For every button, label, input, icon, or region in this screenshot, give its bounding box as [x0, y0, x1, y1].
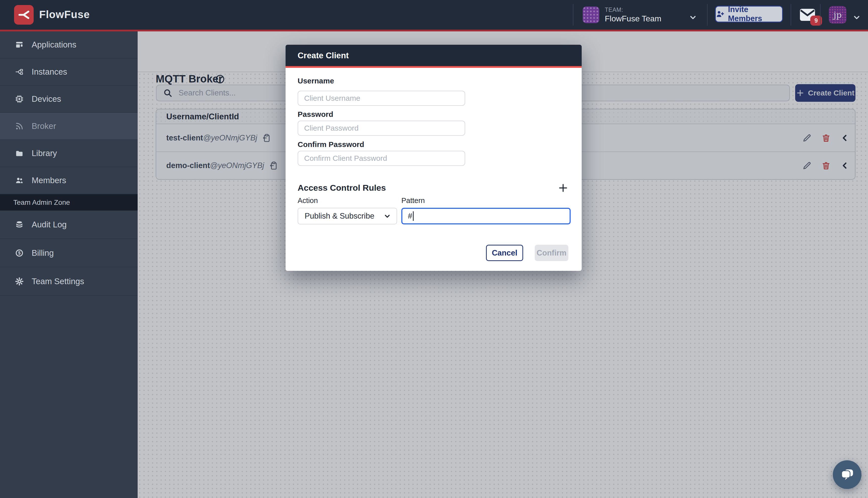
- team-name[interactable]: FlowFuse Team: [605, 14, 661, 23]
- invite-members-button[interactable]: Invite Members: [715, 6, 783, 22]
- user-plus-icon: [716, 10, 724, 18]
- chat-bubbles-icon: [839, 467, 855, 482]
- broker-icon: [15, 122, 24, 130]
- divider: [791, 4, 791, 26]
- user-menu-chevron-down-icon[interactable]: [852, 13, 861, 22]
- sidebar-item-label: Devices: [32, 94, 61, 104]
- sidebar-item-broker[interactable]: Broker: [0, 113, 138, 140]
- divider: [820, 4, 820, 26]
- sidebar-item-label: Library: [32, 148, 57, 158]
- sidebar-item-billing[interactable]: $ Billing: [0, 239, 138, 267]
- team-avatar[interactable]: [583, 6, 599, 23]
- sidebar-item-members[interactable]: Members: [0, 167, 138, 194]
- flowfuse-logo-icon[interactable]: [14, 5, 34, 25]
- flowfuse-app: FlowFuse TEAM: FlowFuse Team Invite Memb…: [0, 0, 868, 498]
- fork-glyph: [18, 9, 30, 21]
- sidebar-item-devices[interactable]: Devices: [0, 86, 138, 113]
- sidebar-item-label: Billing: [32, 248, 54, 258]
- sidebar-item-label: Instances: [32, 67, 67, 77]
- billing-icon: $: [15, 249, 24, 257]
- action-label: Action: [298, 196, 318, 205]
- access-control-rules-heading: Access Control Rules: [298, 183, 386, 193]
- modal-title: Create Client: [285, 45, 582, 68]
- sidebar-item-label: Members: [32, 175, 66, 185]
- instances-icon: [15, 68, 24, 76]
- pattern-input[interactable]: #: [401, 208, 571, 224]
- action-select-value: Publish & Subscribe: [305, 212, 374, 221]
- sidebar-item-library[interactable]: Library: [0, 140, 138, 167]
- team-chevron-down-icon[interactable]: [689, 13, 697, 22]
- brand-title: FlowFuse: [39, 9, 90, 21]
- action-select[interactable]: Publish & Subscribe: [298, 208, 397, 224]
- sidebar-item-applications[interactable]: Applications: [0, 31, 138, 58]
- devices-icon: [15, 95, 24, 103]
- password-label: Password: [298, 110, 333, 119]
- text-caret: [413, 211, 414, 221]
- sidebar-item-instances[interactable]: Instances: [0, 58, 138, 86]
- top-navbar: FlowFuse TEAM: FlowFuse Team Invite Memb…: [0, 0, 868, 31]
- sidebar-item-label: Broker: [32, 121, 56, 131]
- sidebar-item-team-settings[interactable]: Team Settings: [0, 267, 138, 296]
- team-admin-zone-label: Team Admin Zone: [0, 194, 138, 211]
- sidebar-item-label: Audit Log: [32, 220, 67, 230]
- svg-text:$: $: [18, 250, 21, 255]
- invite-members-label: Invite Members: [728, 5, 782, 23]
- chat-widget-button[interactable]: [833, 460, 862, 489]
- team-label: TEAM:: [605, 6, 623, 13]
- add-rule-plus-icon[interactable]: [558, 182, 569, 194]
- applications-icon: [15, 40, 24, 49]
- audit-log-icon: [15, 220, 24, 229]
- cancel-button[interactable]: Cancel: [486, 245, 523, 261]
- gear-icon: [15, 277, 24, 286]
- create-client-modal: Create Client Username Password Confirm …: [285, 45, 582, 271]
- divider: [573, 4, 573, 26]
- sidebar-nav: Applications Instances Devices Broker: [0, 31, 138, 498]
- members-icon: [15, 176, 24, 185]
- sidebar-item-audit-log[interactable]: Audit Log: [0, 211, 138, 239]
- select-chevron-down-icon: [384, 212, 391, 220]
- confirm-password-label: Confirm Password: [298, 140, 364, 149]
- confirm-client-password-input[interactable]: [298, 151, 465, 166]
- sidebar-item-label: Team Settings: [32, 277, 84, 286]
- pattern-value: #: [408, 212, 412, 221]
- client-password-input[interactable]: [298, 121, 465, 136]
- divider: [707, 4, 708, 26]
- sidebar-item-label: Applications: [32, 40, 76, 50]
- pattern-label: Pattern: [401, 196, 425, 205]
- user-avatar[interactable]: jp: [829, 6, 846, 24]
- username-label: Username: [298, 77, 334, 85]
- folder-icon: [15, 149, 24, 158]
- confirm-button-disabled[interactable]: Confirm: [535, 245, 569, 261]
- client-username-input[interactable]: [298, 91, 465, 106]
